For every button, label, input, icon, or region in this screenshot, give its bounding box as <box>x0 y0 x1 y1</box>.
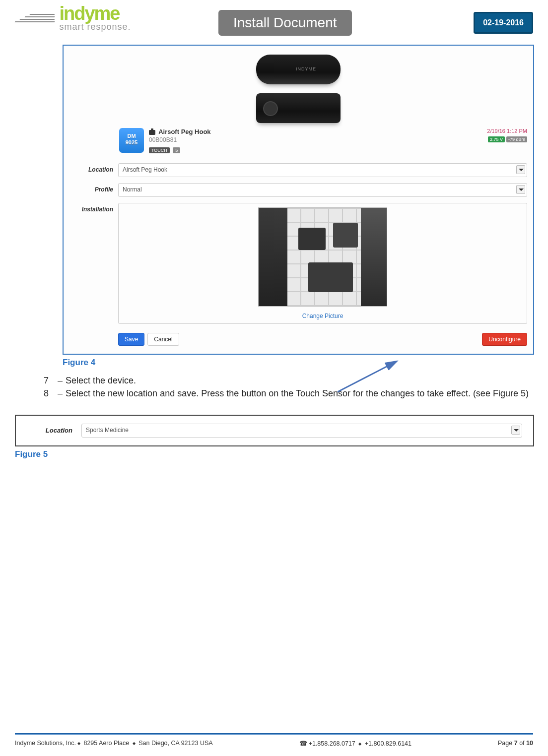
chevron-down-icon[interactable] <box>511 426 520 435</box>
device-top-photo <box>256 55 341 84</box>
footer-phone1: +1.858.268.0717 <box>309 740 355 747</box>
device-tags: TOUCH 5 <box>149 145 487 154</box>
device-title: Airsoft Peg Hook <box>149 128 487 135</box>
location-select[interactable]: Airsoft Peg Hook <box>118 163 527 177</box>
step-7-text: Select the device. <box>66 375 533 386</box>
brand-sub: smart response. <box>59 22 131 32</box>
installation-box: Change Picture <box>118 203 527 324</box>
dm-badge[interactable]: DM 9025 <box>119 128 144 153</box>
figure5-location-field-wrap: Sports Medicine <box>81 424 522 438</box>
logo-speed-lines-icon <box>15 14 55 24</box>
chevron-down-icon[interactable] <box>516 165 525 174</box>
device-product-photos <box>69 51 527 128</box>
chevron-down-icon[interactable] <box>516 185 525 194</box>
page-footer: Indyme Solutions, Inc.◆ 8295 Aero Place … <box>15 733 533 747</box>
step-7-number: 7 <box>42 375 58 386</box>
camera-icon <box>149 130 155 135</box>
figure-4-screenshot: DM 9025 Airsoft Peg Hook 00B00B81 TOUCH … <box>63 45 534 355</box>
footer-left: Indyme Solutions, Inc.◆ 8295 Aero Place … <box>15 740 213 747</box>
figure4-button-row: Save Cancel Unconfigure <box>69 333 527 346</box>
figure5-location-row: Location Sports Medicine <box>27 424 522 438</box>
device-id: 00B00B81 <box>149 136 487 143</box>
profile-label: Profile <box>69 183 118 193</box>
figure5-location-label: Location <box>27 427 81 434</box>
figure5-location-select[interactable]: Sports Medicine <box>81 424 522 438</box>
dm-badge-line1: DM <box>127 133 136 139</box>
device-title-text: Airsoft Peg Hook <box>158 128 210 135</box>
figure-5-screenshot: Location Sports Medicine <box>15 415 534 446</box>
brand-main: indyme <box>59 5 131 22</box>
location-row: Location Airsoft Peg Hook <box>69 163 527 177</box>
figure-5-caption: Figure 5 <box>15 449 548 459</box>
location-field-wrap: Airsoft Peg Hook <box>118 163 527 177</box>
page-header: indyme smart response. Install Document … <box>0 0 548 45</box>
page-current: 7 <box>514 740 518 747</box>
save-button[interactable]: Save <box>118 333 144 346</box>
page-total: 10 <box>526 740 533 747</box>
device-header-row: DM 9025 Airsoft Peg Hook 00B00B81 TOUCH … <box>69 128 527 158</box>
step-8: 8 – Select the new location and save. Pr… <box>42 387 533 399</box>
tag-number: 5 <box>173 147 180 153</box>
step-8-text: Select the new location and save. Press … <box>66 387 533 399</box>
profile-field-wrap: Normal <box>118 183 527 197</box>
document-title: Install Document <box>218 10 352 36</box>
unconfigure-button[interactable]: Unconfigure <box>482 333 527 346</box>
instruction-steps: 7 – Select the device. 8 – Select the ne… <box>42 375 533 400</box>
profile-row: Profile Normal <box>69 183 527 197</box>
step-dash: – <box>58 375 66 386</box>
footer-center: +1.858.268.0717 ◆ +1.800.829.6141 <box>299 740 411 747</box>
voltage-badge: 2.75 V <box>488 136 505 142</box>
step-dash: – <box>58 387 66 399</box>
step-7: 7 – Select the device. <box>42 375 533 386</box>
device-bottom-photo <box>256 93 341 123</box>
footer-company: Indyme Solutions, Inc. <box>15 740 76 747</box>
brand-logo: indyme smart response. <box>15 5 131 32</box>
footer-row: Indyme Solutions, Inc.◆ 8295 Aero Place … <box>15 740 533 747</box>
profile-value: Normal <box>123 186 142 193</box>
dm-badge-line2: 9025 <box>126 139 137 145</box>
installation-photo[interactable] <box>258 207 387 307</box>
device-timestamp: 2/19/16 1:12 PM <box>487 128 527 134</box>
location-label: Location <box>69 163 118 173</box>
installation-field: Change Picture <box>118 203 527 324</box>
step-8-number: 8 <box>42 387 58 399</box>
location-value: Airsoft Peg Hook <box>123 166 167 173</box>
device-meta: Airsoft Peg Hook 00B00B81 TOUCH 5 <box>144 128 487 154</box>
document-date: 02-19-2016 <box>474 12 533 34</box>
figure-4-caption: Figure 4 <box>63 358 548 368</box>
profile-select[interactable]: Normal <box>118 183 527 197</box>
change-picture-link[interactable]: Change Picture <box>123 313 523 319</box>
phone-icon <box>299 740 309 747</box>
footer-city: San Diego, CA 92123 USA <box>138 740 212 747</box>
logo-text: indyme smart response. <box>59 5 131 32</box>
figure5-location-value: Sports Medicine <box>86 427 129 434</box>
installation-label: Installation <box>69 203 118 213</box>
cancel-button[interactable]: Cancel <box>147 333 179 346</box>
device-status-right: 2/19/16 1:12 PM 2.75 V -79 dBm <box>487 128 527 142</box>
signal-badge: -79 dBm <box>506 136 527 142</box>
tag-touch: TOUCH <box>149 147 170 153</box>
installation-row: Installation Change Picture <box>69 203 527 324</box>
footer-phone2: +1.800.829.6141 <box>365 740 411 747</box>
footer-address: 8295 Aero Place <box>83 740 129 747</box>
footer-right: Page 7 of 10 <box>498 740 533 747</box>
page-of: of <box>519 740 524 747</box>
footer-rule <box>15 733 533 735</box>
page-label: Page <box>498 740 512 747</box>
